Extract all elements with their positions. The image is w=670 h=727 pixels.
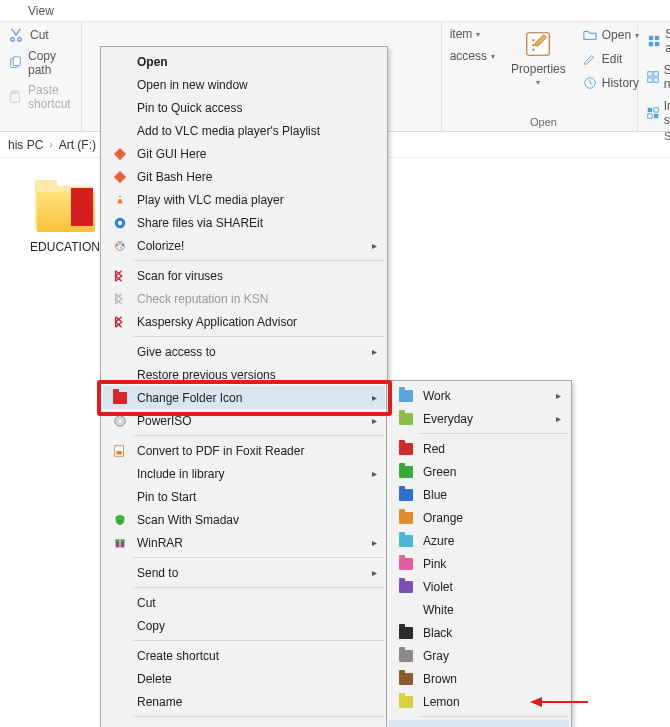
winrar-icon	[109, 536, 131, 550]
svg-rect-16	[654, 78, 658, 82]
submenu-work[interactable]: Work▸	[389, 384, 569, 407]
submenu-everyday[interactable]: Everyday▸	[389, 407, 569, 430]
svg-rect-3	[12, 91, 17, 94]
folder-swatch-icon	[395, 673, 417, 685]
ctx-rename[interactable]: Rename	[103, 690, 385, 713]
ctx-pin-quick-access[interactable]: Pin to Quick access	[103, 96, 385, 119]
submenu-gray[interactable]: Gray	[389, 644, 569, 667]
chevron-right-icon: ›	[49, 139, 52, 150]
annotation-arrow	[530, 695, 590, 712]
svg-rect-14	[654, 72, 658, 76]
folder-swatch-icon	[395, 390, 417, 402]
folder-swatch-icon	[395, 413, 417, 425]
ctx-open[interactable]: Open	[103, 50, 385, 73]
kaspersky-icon	[109, 292, 131, 306]
ribbon-edit[interactable]: Edit	[580, 50, 641, 68]
submenu-orange[interactable]: Orange	[389, 506, 569, 529]
folder-icon	[33, 182, 97, 234]
ctx-poweriso[interactable]: PowerISO▸	[103, 409, 385, 432]
svg-rect-32	[117, 451, 122, 455]
folder-swatch-icon	[395, 466, 417, 478]
ctx-include-library[interactable]: Include in library▸	[103, 462, 385, 485]
folder-label: EDUCATION	[24, 240, 106, 254]
ribbon-new-item[interactable]: item▾	[448, 26, 497, 42]
kaspersky-icon	[109, 315, 131, 329]
svg-rect-15	[647, 78, 651, 82]
ctx-pin-start[interactable]: Pin to Start	[103, 485, 385, 508]
ctx-colorize[interactable]: Colorize!▸	[103, 234, 385, 257]
folder-red-icon	[109, 392, 131, 404]
svg-point-30	[119, 419, 122, 422]
ribbon-easy-access[interactable]: access▾	[448, 48, 497, 64]
ribbon-copy-path[interactable]: Copy path	[6, 48, 75, 78]
ribbon-select-none[interactable]: Select none	[644, 62, 670, 92]
folder-swatch-icon	[395, 627, 417, 639]
svg-rect-1	[13, 57, 20, 66]
svg-rect-12	[654, 42, 658, 46]
svg-rect-35	[119, 539, 121, 547]
ribbon-paste-shortcut: Paste shortcut	[6, 82, 75, 112]
ribbon-properties[interactable]: Properties ▾	[505, 26, 572, 89]
vlc-icon	[109, 193, 131, 207]
ctx-give-access[interactable]: Give access to▸	[103, 340, 385, 363]
ribbon-tab-view[interactable]: View	[28, 4, 54, 18]
open-icon	[582, 27, 598, 43]
change-folder-icon-submenu: Work▸Everyday▸RedGreenBlueOrangeAzurePin…	[386, 380, 572, 727]
ctx-git-gui[interactable]: Git GUI Here	[103, 142, 385, 165]
ribbon-invert-selection[interactable]: Invert selection	[644, 98, 670, 128]
ctx-change-folder-icon[interactable]: Change Folder Icon▸	[103, 386, 385, 409]
chevron-right-icon: ▸	[372, 415, 377, 426]
cut-icon	[8, 27, 24, 43]
ribbon-paste-shortcut-label: Paste shortcut	[28, 83, 73, 111]
colorize-icon	[109, 239, 131, 253]
submenu-violet[interactable]: Violet	[389, 575, 569, 598]
ctx-winrar[interactable]: WinRAR▸	[103, 531, 385, 554]
submenu-restore-default[interactable]: Restore Default	[389, 720, 569, 727]
folder-education[interactable]: EDUCATION	[24, 182, 106, 254]
ctx-smadav[interactable]: Scan With Smadav	[103, 508, 385, 531]
svg-rect-20	[654, 114, 658, 118]
ctx-kaspersky-advisor[interactable]: Kaspersky Application Advisor	[103, 310, 385, 333]
folder-swatch-icon	[395, 512, 417, 524]
ctx-send-to[interactable]: Send to▸	[103, 561, 385, 584]
ctx-delete[interactable]: Delete	[103, 667, 385, 690]
svg-rect-18	[654, 108, 658, 112]
ctx-add-vlc-playlist[interactable]: Add to VLC media player's Playlist	[103, 119, 385, 142]
ctx-shareit[interactable]: Share files via SHAREit	[103, 211, 385, 234]
folder-swatch-icon	[395, 489, 417, 501]
smadav-icon	[109, 513, 131, 527]
ctx-cut[interactable]: Cut	[103, 591, 385, 614]
submenu-pink[interactable]: Pink	[389, 552, 569, 575]
submenu-azure[interactable]: Azure	[389, 529, 569, 552]
ctx-play-vlc[interactable]: Play with VLC media player	[103, 188, 385, 211]
ribbon-group-open: Open	[530, 116, 557, 128]
ctx-properties[interactable]: Properties	[103, 720, 385, 727]
ctx-copy[interactable]: Copy	[103, 614, 385, 637]
ctx-scan-viruses[interactable]: Scan for viruses	[103, 264, 385, 287]
ctx-open-new-window[interactable]: Open in new window	[103, 73, 385, 96]
foxit-icon	[109, 444, 131, 458]
breadcrumb-drive[interactable]: Art (F:)	[59, 138, 96, 152]
ribbon-cut[interactable]: Cut	[6, 26, 75, 44]
ctx-restore-previous[interactable]: Restore previous versions	[103, 363, 385, 386]
ribbon-history[interactable]: History	[580, 74, 641, 92]
svg-rect-19	[647, 114, 651, 118]
ribbon-select-all[interactable]: Select all	[644, 26, 670, 56]
edit-icon	[582, 51, 598, 67]
submenu-black[interactable]: Black	[389, 621, 569, 644]
svg-point-27	[122, 244, 124, 246]
submenu-brown[interactable]: Brown	[389, 667, 569, 690]
breadcrumb-pc[interactable]: his PC	[8, 138, 43, 152]
ctx-foxit-pdf[interactable]: Convert to PDF in Foxit Reader	[103, 439, 385, 462]
submenu-blue[interactable]: Blue	[389, 483, 569, 506]
submenu-red[interactable]: Red	[389, 437, 569, 460]
ribbon-open[interactable]: Open▾	[580, 26, 641, 44]
ctx-create-shortcut[interactable]: Create shortcut	[103, 644, 385, 667]
svg-marker-37	[530, 697, 542, 707]
ctx-git-bash[interactable]: Git Bash Here	[103, 165, 385, 188]
svg-rect-10	[654, 36, 658, 40]
git-icon	[109, 170, 131, 184]
submenu-green[interactable]: Green	[389, 460, 569, 483]
submenu-white[interactable]: White	[389, 598, 569, 621]
svg-point-28	[120, 246, 122, 248]
